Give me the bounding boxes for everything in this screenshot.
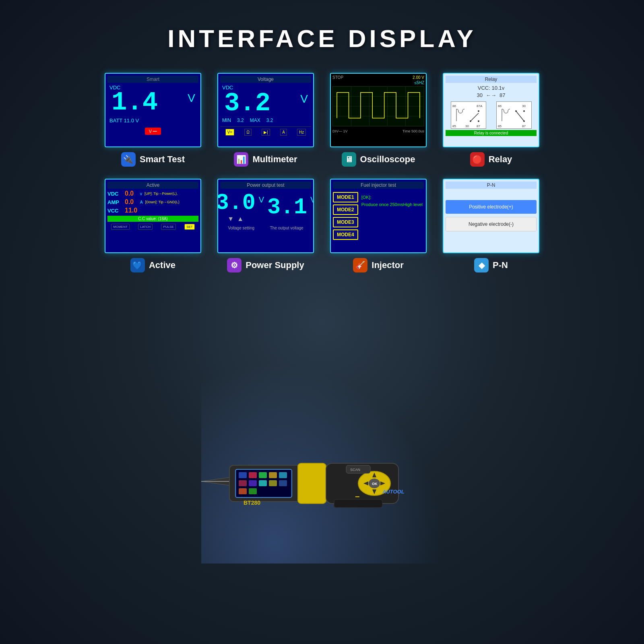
relay-label-text: Relay	[489, 154, 512, 165]
active-item: Active VDC 0.0 v [UP]: Tip→Power(L). AMP…	[105, 179, 201, 272]
pn-item: P-N Positive electrode(+) Negative elect…	[443, 179, 539, 272]
mode-latch[interactable]: LATCH	[138, 224, 153, 230]
mode-set[interactable]: SET	[184, 224, 195, 230]
pn-negative: Negative electrode(-)	[446, 217, 537, 231]
svg-rect-37	[259, 480, 267, 486]
func-diode[interactable]: ▶|	[262, 129, 270, 136]
osc-freq: ≤5HZ	[332, 80, 424, 85]
svg-point-13	[470, 120, 471, 122]
power-set-label: Voltage setting	[228, 226, 254, 230]
svg-rect-30	[239, 472, 247, 478]
multi-min-label: MIN	[222, 118, 231, 123]
multi-icon: 📊	[234, 152, 248, 167]
injector-mode1[interactable]: MODE1	[333, 192, 358, 202]
multimeter-item: Voltage VDC 3.2 V MIN 3.2 MAX 3.2 V= Ω ▶…	[217, 73, 314, 167]
active-note-up: [UP]: Tip→Power(L).	[144, 192, 178, 196]
smart-batt: BATT 11.0 V	[107, 118, 198, 124]
active-amp-label: AMP	[107, 199, 124, 205]
svg-point-14	[478, 110, 479, 112]
svg-rect-40	[239, 488, 247, 494]
osc-icon: 🖥	[342, 152, 356, 167]
func-hz[interactable]: Hz	[297, 129, 306, 136]
active-screen: Active VDC 0.0 v [UP]: Tip→Power(L). AMP…	[105, 179, 201, 253]
svg-point-15	[478, 120, 479, 122]
active-vdc-val: 0.0	[125, 190, 139, 197]
active-cc: C.C value: (18A)	[107, 216, 198, 222]
power-label-row: ⚙ Power Supply	[227, 258, 304, 272]
injector-mode2[interactable]: MODE2	[333, 204, 358, 215]
injector-header: Fuel injector test	[333, 182, 424, 189]
svg-point-23	[523, 120, 525, 122]
oscilloscope-item: STOP 2.00 V ≤5HZ	[330, 73, 427, 167]
relay-vcc: VCC: 10.1v	[446, 85, 537, 91]
relay-status: Relay is connected	[446, 130, 537, 136]
power-up-arrow[interactable]: ▲	[237, 215, 244, 223]
active-vcc-label: VCC	[107, 208, 124, 214]
injector-ok-label: [OK]:	[361, 194, 423, 201]
svg-rect-33	[269, 472, 277, 478]
relay-screen: Relay VCC: 10.1v 30 ←→ 87 86 87A 85 87	[443, 73, 539, 147]
multi-max-val: 3.2	[266, 118, 273, 123]
osc-label-text: Oscilloscope	[360, 154, 415, 165]
svg-text:30: 30	[465, 124, 469, 128]
multimeter-screen: Voltage VDC 3.2 V MIN 3.2 MAX 3.2 V= Ω ▶…	[217, 73, 314, 147]
mode-moment[interactable]: MOMENT	[111, 224, 130, 230]
power-icon: ⚙	[227, 258, 242, 272]
power-item: Power output test 3.0 ▼ ▲ V 3.1 V	[217, 179, 314, 272]
relay-header: Relay	[446, 76, 537, 83]
smart-value: 1.4	[107, 90, 198, 116]
svg-rect-34	[279, 472, 287, 478]
svg-rect-38	[269, 480, 277, 486]
svg-text:SCAN: SCAN	[350, 468, 360, 472]
power-unit-2: V	[310, 195, 314, 204]
injector-mode4[interactable]: MODE4	[333, 229, 358, 240]
svg-rect-39	[279, 480, 287, 486]
svg-text:85: 85	[452, 124, 456, 128]
injector-screen: Fuel injector test MODE1 MODE2 MODE3 MOD…	[330, 179, 427, 253]
pn-icon: ◆	[474, 258, 489, 272]
multi-unit: V	[300, 93, 308, 105]
svg-text:86: 86	[452, 104, 456, 108]
injector-item: Fuel injector test MODE1 MODE2 MODE3 MOD…	[330, 179, 427, 272]
injector-label-row: 🎸 Injector	[353, 258, 403, 272]
power-screen: Power output test 3.0 ▼ ▲ V 3.1 V	[217, 179, 314, 253]
osc-div: DIV— 1V	[332, 129, 348, 133]
func-ohm[interactable]: Ω	[244, 129, 251, 136]
injector-mode3[interactable]: MODE3	[333, 217, 358, 227]
svg-text:87A: 87A	[477, 104, 483, 108]
svg-rect-54	[334, 500, 382, 508]
osc-waveform	[332, 86, 424, 126]
svg-point-22	[523, 110, 525, 112]
active-amp-unit: A	[140, 200, 143, 204]
svg-rect-36	[249, 480, 257, 486]
svg-text:85: 85	[498, 124, 502, 128]
pn-positive: Positive electrode(+)	[446, 200, 537, 214]
svg-text:87: 87	[522, 124, 526, 128]
multi-max-label: MAX	[250, 118, 260, 123]
multi-label-text: Multimeter	[252, 154, 297, 165]
smart-test-label: 🔌 Smart Test	[121, 152, 185, 167]
svg-text:86: 86	[498, 104, 502, 108]
func-volt[interactable]: V=	[225, 129, 235, 136]
screens-grid: Smart VDC 1.4 V BATT 11.0 V V━━ 🔌 Smart …	[0, 73, 644, 272]
func-amp[interactable]: A	[280, 129, 287, 136]
oscilloscope-label: 🖥 Oscilloscope	[342, 152, 415, 167]
power-down-arrow[interactable]: ▼	[227, 215, 234, 223]
mode-pulse[interactable]: PULSE	[161, 224, 175, 230]
injector-label-text: Injector	[372, 260, 403, 270]
svg-text:30: 30	[522, 104, 526, 108]
power-volt-out: 3.1	[267, 196, 307, 219]
svg-point-21	[515, 110, 517, 112]
active-vdc-unit: v	[140, 192, 142, 196]
active-icon: 💙	[130, 258, 145, 272]
relay-item: Relay VCC: 10.1v 30 ←→ 87 86 87A 85 87	[443, 73, 539, 167]
multimeter-label: 📊 Multimeter	[234, 152, 297, 167]
power-label-text: Power Supply	[246, 260, 304, 270]
smart-unit: V	[188, 92, 195, 105]
smart-icon: 🔌	[121, 152, 136, 167]
active-label-text: Active	[149, 260, 175, 270]
pn-screen: P-N Positive electrode(+) Negative elect…	[443, 179, 539, 253]
pn-header: P-N	[446, 182, 537, 189]
active-label-row: 💙 Active	[130, 258, 175, 272]
svg-rect-31	[249, 472, 257, 478]
